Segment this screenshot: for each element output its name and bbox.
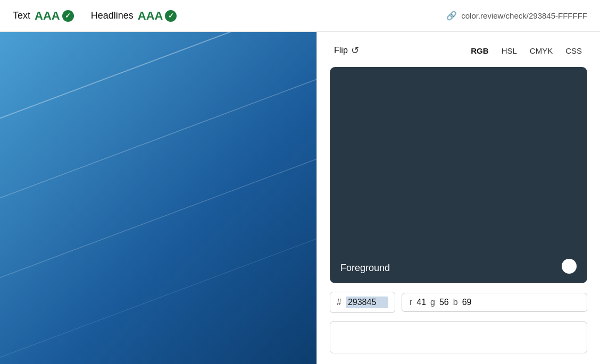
swatch-label: Foreground — [340, 263, 390, 274]
text-aaa-badge: AAA ✓ — [35, 9, 74, 23]
flip-icon: ↺ — [351, 45, 359, 56]
svg-line-2 — [0, 138, 316, 298]
g-label: g — [430, 298, 435, 307]
headlines-check-icon: ✓ — [165, 10, 177, 22]
svg-line-0 — [0, 32, 316, 138]
tab-css[interactable]: CSS — [560, 44, 587, 57]
color-inputs-row: # r 41 g 56 b 69 — [330, 292, 587, 313]
tab-rgb[interactable]: RGB — [465, 44, 494, 57]
text-check-icon: ✓ — [62, 10, 74, 22]
link-url-text: color.review/check/293845-FFFFFF — [461, 11, 587, 20]
headlines-badge-group: Headlines AAA ✓ — [91, 9, 177, 23]
text-badge-group: Text AAA ✓ — [13, 9, 74, 23]
b-label: b — [453, 298, 458, 307]
r-value: 41 — [416, 298, 426, 307]
headlines-label: Headlines — [91, 10, 134, 21]
preview-panel — [0, 32, 316, 364]
r-label: r — [410, 298, 412, 307]
controls-row: Flip ↺ RGB HSL CMYK CSS — [330, 43, 587, 58]
top-bar: Text AAA ✓ Headlines AAA ✓ 🔗 color.revie… — [0, 0, 600, 32]
tab-hsl[interactable]: HSL — [496, 44, 522, 57]
text-label: Text — [13, 10, 30, 21]
flip-label: Flip — [334, 46, 348, 55]
b-value: 69 — [462, 298, 472, 307]
hex-input[interactable] — [346, 297, 388, 308]
color-swatch-box[interactable]: Foreground — [330, 67, 587, 283]
tab-cmyk[interactable]: CMYK — [524, 44, 558, 57]
flip-button[interactable]: Flip ↺ — [330, 43, 363, 58]
right-panel: Flip ↺ RGB HSL CMYK CSS Foreground # r — [316, 32, 600, 364]
text-aaa-value: AAA — [35, 9, 60, 23]
headlines-aaa-value: AAA — [138, 9, 163, 23]
color-mode-tabs: RGB HSL CMYK CSS — [465, 44, 587, 57]
top-bar-left: Text AAA ✓ Headlines AAA ✓ — [13, 9, 177, 23]
svg-line-1 — [0, 58, 316, 218]
hex-hash: # — [337, 298, 341, 307]
svg-line-3 — [0, 218, 316, 364]
main-content: Flip ↺ RGB HSL CMYK CSS Foreground # r — [0, 32, 600, 364]
rgb-input-group: r 41 g 56 b 69 — [402, 293, 587, 312]
bottom-text-area[interactable] — [330, 321, 587, 353]
link-icon: 🔗 — [446, 11, 457, 21]
headlines-aaa-badge: AAA ✓ — [138, 9, 177, 23]
share-link[interactable]: 🔗 color.review/check/293845-FFFFFF — [446, 11, 587, 21]
swatch-dot — [562, 259, 577, 274]
hex-input-group: # — [330, 292, 395, 313]
diagonal-lines — [0, 32, 316, 364]
g-value: 56 — [439, 298, 449, 307]
